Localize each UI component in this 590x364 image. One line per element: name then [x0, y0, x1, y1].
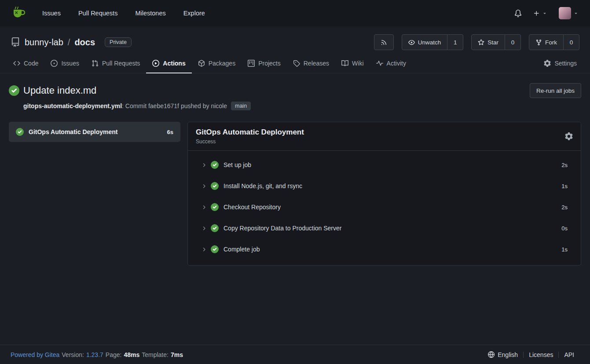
- commit-author-link[interactable]: nicole: [211, 102, 227, 109]
- footer-links: English Licenses API: [483, 351, 579, 358]
- tab-pull-requests[interactable]: Pull Requests: [85, 55, 146, 73]
- private-badge: Private: [105, 37, 132, 47]
- tab-label: Packages: [209, 60, 235, 67]
- rerun-all-jobs-button[interactable]: Re-run all jobs: [530, 83, 581, 98]
- step-duration: 1s: [561, 183, 568, 189]
- commit-hash-link[interactable]: faebe1671f: [148, 102, 179, 109]
- watch-count[interactable]: 1: [447, 34, 463, 50]
- workflow-file: gitops-automatic-deployment.yml: [23, 102, 122, 109]
- caret-down-icon: [573, 11, 579, 16]
- gitea-logo-icon: [11, 6, 27, 20]
- globe-icon: [488, 351, 495, 358]
- job-options-button[interactable]: [565, 132, 573, 140]
- code-icon: [13, 60, 20, 67]
- star-group: Star 0: [471, 34, 521, 50]
- nav-pull-requests[interactable]: Pull Requests: [78, 10, 117, 17]
- tab-label: Settings: [554, 60, 577, 67]
- star-button[interactable]: Star: [471, 34, 505, 50]
- run-title: Update index.md: [23, 85, 96, 96]
- tab-code[interactable]: Code: [7, 55, 44, 73]
- repo-title: bunny-lab / docs Private: [11, 37, 132, 47]
- nav-issues[interactable]: Issues: [42, 10, 61, 17]
- rss-button[interactable]: [374, 34, 394, 50]
- fork-button[interactable]: Fork: [529, 34, 564, 50]
- tab-settings[interactable]: Settings: [538, 55, 583, 73]
- tab-label: Issues: [61, 60, 79, 67]
- job-list: GitOps Automatic Deployment 6s: [9, 122, 180, 142]
- gear-icon: [565, 132, 573, 140]
- star-icon: [478, 39, 484, 46]
- template-time-label: Template:: [142, 351, 169, 358]
- step-row[interactable]: Copy Repository Data to Production Serve…: [188, 218, 581, 239]
- template-time: 7ms: [171, 351, 183, 358]
- run-title-wrap: Update index.md: [9, 85, 96, 96]
- commit-middle: pushed by: [179, 102, 211, 109]
- run-body: GitOps Automatic Deployment 6s GitOps Au…: [9, 122, 581, 266]
- gitea-logo[interactable]: [11, 6, 27, 20]
- book-icon: [341, 60, 348, 67]
- step-name: Complete job: [224, 246, 561, 253]
- notifications-button[interactable]: [514, 10, 522, 17]
- job-list-item[interactable]: GitOps Automatic Deployment 6s: [9, 122, 180, 142]
- repo-owner-link[interactable]: bunny-lab: [25, 37, 63, 47]
- rss-icon: [381, 39, 387, 46]
- step-row[interactable]: Complete job 1s: [188, 239, 581, 260]
- version-link[interactable]: 1.23.7: [86, 351, 103, 358]
- step-row[interactable]: Install Node.js, git, and rsync 1s: [188, 175, 581, 197]
- step-duration: 0s: [561, 225, 568, 232]
- fork-label: Fork: [545, 39, 557, 46]
- licenses-link[interactable]: Licenses: [524, 351, 558, 358]
- unwatch-button[interactable]: Unwatch: [402, 34, 448, 50]
- tab-projects[interactable]: Projects: [242, 55, 287, 73]
- tab-releases[interactable]: Releases: [287, 55, 335, 73]
- chevron-right-icon: [201, 183, 207, 189]
- pull-request-icon: [92, 60, 99, 67]
- check-circle-icon: [211, 224, 219, 232]
- step-row[interactable]: Set up job 2s: [188, 154, 581, 175]
- user-menu-button[interactable]: [559, 7, 579, 19]
- nav-explore[interactable]: Explore: [183, 10, 205, 17]
- run-header: Update index.md Re-run all jobs: [9, 83, 581, 98]
- tab-actions[interactable]: Actions: [146, 55, 191, 73]
- step-name: Set up job: [224, 161, 561, 168]
- step-duration: 1s: [561, 246, 568, 253]
- create-menu-button[interactable]: [533, 10, 547, 17]
- play-icon: [152, 60, 159, 67]
- nav-milestones[interactable]: Milestones: [135, 10, 165, 17]
- tab-activity[interactable]: Activity: [370, 55, 412, 73]
- job-panel-header: GitOps Automatic Deployment Success: [188, 122, 581, 151]
- tab-issues[interactable]: Issues: [44, 55, 85, 73]
- step-row[interactable]: Checkout Repository 2s: [188, 197, 581, 218]
- page-time-label: Page:: [106, 351, 122, 358]
- pulse-icon: [376, 60, 383, 67]
- fork-count[interactable]: 0: [564, 34, 579, 50]
- branch-badge[interactable]: main: [231, 102, 251, 110]
- job-panel-title: GitOps Automatic Deployment: [196, 128, 304, 137]
- tab-wiki[interactable]: Wiki: [335, 55, 370, 73]
- chevron-right-icon: [201, 204, 207, 210]
- navbar-right: [514, 7, 579, 19]
- language-selector[interactable]: English: [483, 351, 523, 358]
- chevron-right-icon: [201, 226, 207, 231]
- check-circle-icon: [211, 182, 219, 190]
- tab-label: Code: [24, 60, 38, 67]
- api-link[interactable]: API: [559, 351, 579, 358]
- check-circle-icon: [211, 161, 219, 169]
- star-label: Star: [487, 39, 498, 46]
- fork-group: Fork 0: [529, 34, 579, 50]
- powered-by-link[interactable]: Powered by Gitea: [11, 351, 59, 358]
- job-panel-titles: GitOps Automatic Deployment Success: [196, 128, 304, 145]
- bell-icon: [514, 10, 522, 17]
- tab-label: Releases: [304, 60, 329, 67]
- star-count[interactable]: 0: [505, 34, 521, 50]
- check-circle-icon: [211, 203, 219, 211]
- commit-prefix: : Commit: [122, 102, 148, 109]
- caret-down-icon: [542, 11, 547, 16]
- repo-name-link[interactable]: docs: [74, 37, 95, 47]
- package-icon: [198, 60, 205, 67]
- tab-packages[interactable]: Packages: [192, 55, 242, 73]
- tag-icon: [293, 60, 300, 67]
- gitea-app: Issues Pull Requests Milestones Explore …: [0, 0, 590, 364]
- tab-label: Projects: [258, 60, 281, 67]
- footer-meta: Powered by Gitea Version: 1.23.7 Page: 4…: [11, 351, 183, 358]
